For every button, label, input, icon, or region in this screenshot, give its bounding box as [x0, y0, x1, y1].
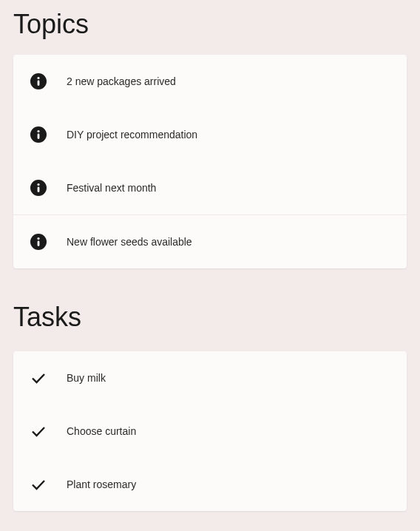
item-label: Choose curtain: [67, 425, 136, 437]
list-item[interactable]: Choose curtain: [13, 405, 407, 458]
svg-rect-11: [38, 241, 40, 247]
svg-rect-5: [38, 134, 40, 140]
svg-point-4: [37, 130, 39, 132]
info-icon: [30, 179, 47, 197]
tasks-card: Buy milk Choose curtain Plant rosemary: [13, 351, 407, 511]
svg-rect-8: [38, 187, 40, 193]
item-label: Buy milk: [67, 372, 106, 384]
list-item[interactable]: DIY project recommendation: [13, 108, 407, 161]
tasks-heading: Tasks: [13, 302, 407, 333]
list-item[interactable]: Plant rosemary: [13, 458, 407, 511]
topics-heading: Topics: [13, 9, 407, 40]
item-label: DIY project recommendation: [67, 129, 197, 141]
svg-point-1: [37, 77, 39, 79]
svg-rect-2: [38, 81, 40, 87]
item-label: 2 new packages arrived: [67, 75, 176, 87]
item-label: Festival next month: [67, 182, 156, 194]
item-label: New flower seeds available: [67, 236, 192, 248]
svg-point-10: [37, 237, 39, 240]
list-item[interactable]: 2 new packages arrived: [13, 55, 407, 108]
info-icon: [30, 72, 47, 90]
item-label: Plant rosemary: [67, 478, 136, 490]
check-icon: [30, 476, 47, 493]
info-icon: [30, 233, 47, 251]
list-item[interactable]: Buy milk: [13, 351, 407, 405]
check-icon: [30, 422, 47, 440]
check-icon: [30, 369, 47, 387]
svg-point-7: [37, 183, 39, 186]
topics-card: 2 new packages arrived DIY project recom…: [13, 55, 407, 268]
list-item[interactable]: New flower seeds available: [13, 214, 407, 268]
list-item[interactable]: Festival next month: [13, 161, 407, 214]
info-icon: [30, 126, 47, 143]
